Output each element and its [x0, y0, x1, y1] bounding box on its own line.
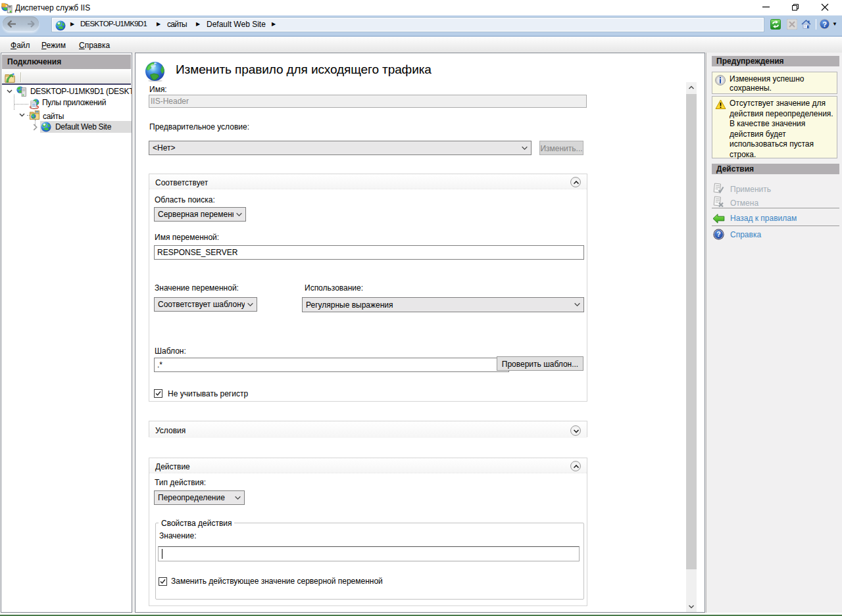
svg-text:?: ? — [716, 230, 720, 238]
svg-text:?: ? — [822, 20, 827, 28]
